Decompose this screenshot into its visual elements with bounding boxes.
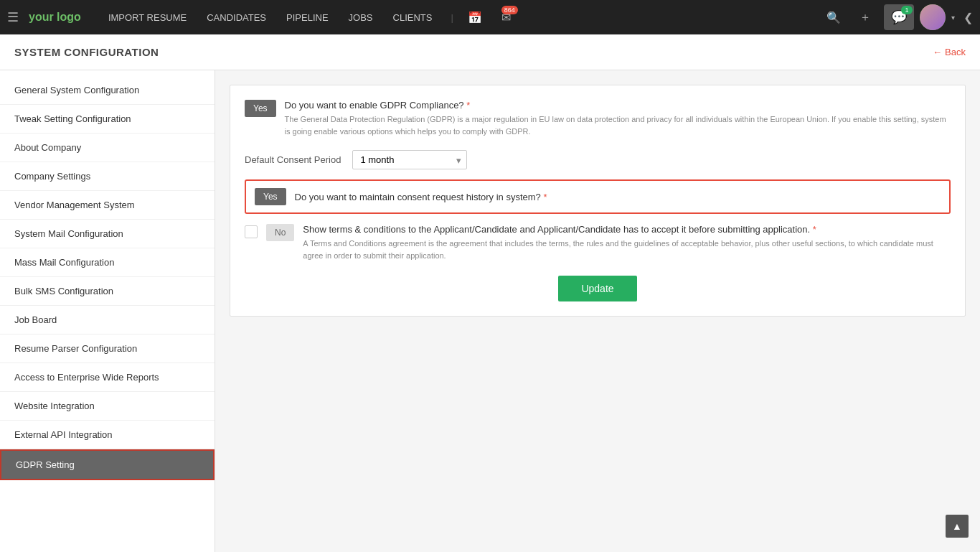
scroll-to-top-button[interactable]: ▲ bbox=[946, 515, 969, 538]
chat-badge: 1 bbox=[901, 6, 913, 14]
sidebar-item-tweak[interactable]: Tweak Setting Configuration bbox=[0, 105, 215, 134]
gdpr-q2-required: * bbox=[543, 192, 547, 202]
gdpr-q3-no-button[interactable]: No bbox=[266, 224, 294, 241]
consent-period-label: Default Consent Period bbox=[245, 154, 341, 165]
gdpr-question-2: Do you want to maintain consent request … bbox=[295, 192, 547, 202]
page-header: SYSTEM CONFIGURATION ← Back bbox=[0, 34, 980, 70]
sidebar-item-resume-parser[interactable]: Resume Parser Configuration bbox=[0, 335, 215, 363]
gdpr-q3-required: * bbox=[813, 224, 816, 235]
gdpr-q2-yes-button[interactable]: Yes bbox=[255, 188, 286, 205]
calendar-icon-btn[interactable]: 📅 bbox=[462, 4, 488, 30]
back-arrow-icon: ← bbox=[933, 47, 942, 57]
sidebar: General System Configuration Tweak Setti… bbox=[0, 70, 215, 552]
nav-back-arrow-icon[interactable]: ❮ bbox=[963, 11, 973, 24]
avatar-image bbox=[920, 4, 946, 30]
gdpr-q1-content: Do you want to enable GDPR Compliance? *… bbox=[285, 100, 951, 137]
calendar-icon: 📅 bbox=[468, 11, 482, 24]
gdpr-question-1: Do you want to enable GDPR Compliance? * bbox=[285, 100, 951, 111]
search-icon: 🔍 bbox=[826, 11, 841, 24]
avatar-chevron-icon[interactable]: ▾ bbox=[951, 14, 955, 22]
chat-button[interactable]: 💬 1 bbox=[884, 4, 914, 30]
logo: your logo bbox=[29, 11, 81, 24]
sidebar-item-mass-mail[interactable]: Mass Mail Configuration bbox=[0, 248, 215, 277]
mail-badge: 864 bbox=[501, 6, 518, 14]
nav-import-resume[interactable]: IMPORT RESUME bbox=[98, 0, 197, 34]
update-button[interactable]: Update bbox=[558, 276, 636, 301]
sidebar-item-website-integration[interactable]: Website Integration bbox=[0, 392, 215, 421]
gdpr-desc-3: A Terms and Conditions agreement is the … bbox=[303, 238, 951, 261]
sidebar-item-external-api[interactable]: External API Integration bbox=[0, 421, 215, 449]
gdpr-desc-1: The General Data Protection Regulation (… bbox=[285, 113, 951, 137]
sidebar-item-general[interactable]: General System Configuration bbox=[0, 76, 215, 105]
main-layout: General System Configuration Tweak Setti… bbox=[0, 70, 980, 552]
gdpr-row-3: No Show terms & conditions to the Applic… bbox=[245, 224, 951, 261]
user-avatar[interactable] bbox=[920, 4, 946, 30]
main-content: Yes Do you want to enable GDPR Complianc… bbox=[215, 70, 980, 552]
gdpr-question-3: Show terms & conditions to the Applicant… bbox=[303, 224, 951, 235]
plus-icon: ＋ bbox=[859, 10, 871, 25]
sidebar-item-bulk-sms[interactable]: Bulk SMS Configuration bbox=[0, 277, 215, 306]
nav-divider: | bbox=[448, 12, 456, 23]
sidebar-item-vendor[interactable]: Vendor Management System bbox=[0, 191, 215, 220]
hamburger-menu[interactable]: ☰ bbox=[7, 9, 19, 25]
mail-icon-btn[interactable]: ✉ 864 bbox=[494, 4, 519, 30]
consent-period-select[interactable]: 1 month 3 months 6 months 12 months bbox=[352, 150, 467, 169]
gdpr-q1-required: * bbox=[466, 100, 470, 111]
nav-clients[interactable]: CLIENTS bbox=[383, 0, 443, 34]
sidebar-item-about[interactable]: About Company bbox=[0, 134, 215, 162]
nav-jobs[interactable]: JOBS bbox=[339, 0, 383, 34]
sidebar-item-system-mail[interactable]: System Mail Configuration bbox=[0, 220, 215, 248]
gdpr-settings-card: Yes Do you want to enable GDPR Complianc… bbox=[230, 85, 966, 317]
nav-links: IMPORT RESUME CANDIDATES PIPELINE JOBS C… bbox=[98, 0, 443, 34]
sidebar-item-job-board[interactable]: Job Board bbox=[0, 306, 215, 335]
sidebar-item-gdpr[interactable]: GDPR Setting bbox=[0, 449, 215, 480]
sidebar-item-enterprise-reports[interactable]: Access to Enterprise Wide Reports bbox=[0, 363, 215, 392]
gdpr-q1-yes-button[interactable]: Yes bbox=[245, 100, 276, 117]
page-title: SYSTEM CONFIGURATION bbox=[14, 46, 159, 58]
consent-period-select-wrapper: 1 month 3 months 6 months 12 months bbox=[352, 150, 467, 169]
back-button[interactable]: ← Back bbox=[933, 47, 966, 57]
add-icon-btn[interactable]: ＋ bbox=[852, 4, 878, 30]
nav-pipeline[interactable]: PIPELINE bbox=[276, 0, 339, 34]
sidebar-item-company-settings[interactable]: Company Settings bbox=[0, 162, 215, 191]
gdpr-row-1: Yes Do you want to enable GDPR Complianc… bbox=[245, 100, 951, 137]
update-row: Update bbox=[245, 276, 951, 301]
consent-period-row: Default Consent Period 1 month 3 months … bbox=[245, 150, 951, 169]
gdpr-row-2-highlighted: Yes Do you want to maintain consent requ… bbox=[245, 179, 951, 214]
nav-candidates[interactable]: CANDIDATES bbox=[197, 0, 276, 34]
search-icon-btn[interactable]: 🔍 bbox=[821, 4, 847, 30]
gdpr-q3-checkbox[interactable] bbox=[245, 225, 258, 238]
gdpr-q3-content: Show terms & conditions to the Applicant… bbox=[303, 224, 951, 261]
top-navigation: ☰ your logo IMPORT RESUME CANDIDATES PIP… bbox=[0, 0, 980, 34]
